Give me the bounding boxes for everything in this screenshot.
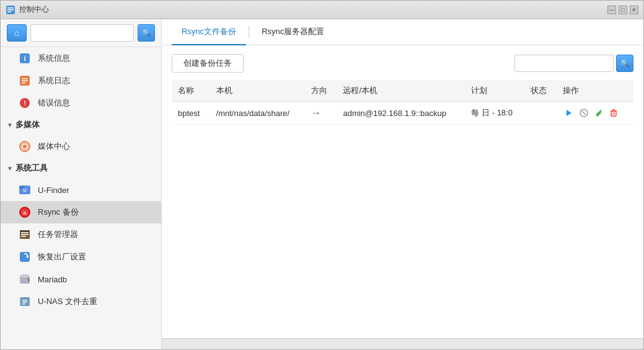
- svg-rect-2: [7, 9, 14, 11]
- create-backup-task-button[interactable]: 创建备份任务: [172, 54, 244, 73]
- sidebar-search-bar: ⌂ 🔍: [1, 19, 161, 47]
- col-header-local: 本机: [210, 80, 306, 102]
- svg-rect-7: [22, 78, 28, 79]
- sidebar-item-media-center[interactable]: 媒体中心: [1, 135, 161, 158]
- svg-text:U: U: [23, 188, 26, 192]
- svg-rect-39: [611, 111, 616, 116]
- play-button[interactable]: [563, 107, 575, 119]
- col-header-schedule: 计划: [465, 80, 524, 102]
- media-center-icon: [18, 140, 32, 153]
- svg-rect-25: [21, 236, 26, 237]
- close-button[interactable]: ✕: [630, 6, 638, 14]
- table-row: bptest /mnt/nas/data/share/ → admin@192.…: [172, 102, 633, 125]
- svg-rect-1: [7, 7, 14, 9]
- category-system-tools-label: 系统工具: [15, 163, 48, 174]
- unas-dedup-icon: [18, 295, 32, 308]
- delete-button[interactable]: [607, 107, 620, 119]
- svg-rect-9: [22, 83, 25, 84]
- svg-marker-36: [567, 110, 571, 116]
- tab-divider: [249, 26, 249, 38]
- col-header-direction: 方向: [305, 80, 337, 102]
- factory-restore-label: 恢复出厂设置: [38, 251, 86, 262]
- svg-point-13: [23, 145, 27, 148]
- window-controls: — □ ✕: [607, 6, 638, 14]
- cell-local: /mnt/nas/data/share/: [210, 102, 306, 125]
- sidebar-item-mariadb[interactable]: Mariadb: [1, 268, 161, 290]
- tab-rsync-server-label: Rsync服务器配置: [262, 26, 324, 37]
- system-info-icon: i: [18, 52, 32, 65]
- mariadb-icon: [18, 272, 32, 286]
- system-info-label: 系统信息: [38, 53, 70, 64]
- sidebar-item-u-finder[interactable]: U U-Finder: [1, 179, 161, 201]
- rsync-backup-label: Rsync 备份: [38, 207, 79, 218]
- panel-search-input[interactable]: [514, 55, 614, 72]
- sidebar-item-system-log[interactable]: 系统日志: [1, 70, 161, 92]
- main-area: ⌂ 🔍 i 系统信息: [1, 19, 643, 349]
- u-finder-label: U-Finder: [38, 186, 69, 195]
- cell-name: bptest: [172, 102, 210, 125]
- category-system-tools[interactable]: ▼ 系统工具: [1, 158, 161, 179]
- panel-toolbar: 创建备份任务 🔍: [172, 54, 633, 73]
- row-action-icons: [563, 107, 627, 119]
- titlebar: 控制中心 — □ ✕: [1, 1, 643, 19]
- col-header-name: 名称: [172, 80, 210, 102]
- rsync-backup-icon: R: [18, 205, 32, 219]
- backup-tasks-table: 名称 本机 方向 远程/本机 计划 状态 操作 bptest: [172, 80, 633, 125]
- panel-search-area: 🔍: [514, 55, 633, 72]
- right-panel: Rsync文件备份 Rsync服务器配置 创建备份任务 �: [162, 19, 643, 349]
- svg-line-38: [582, 111, 586, 115]
- minimize-button[interactable]: —: [607, 6, 616, 14]
- svg-rect-23: [21, 232, 29, 233]
- category-multimedia-label: 多媒体: [15, 119, 40, 130]
- mariadb-label: Mariadb: [38, 275, 67, 284]
- svg-rect-35: [22, 303, 25, 305]
- sidebar-item-rsync-backup[interactable]: R Rsync 备份: [1, 201, 161, 223]
- panel-content: 创建备份任务 🔍 名称 本机: [162, 45, 643, 338]
- cell-schedule: 每 日 - 18:0: [465, 102, 524, 125]
- col-header-remote: 远程/本机: [337, 80, 465, 102]
- svg-point-30: [20, 274, 30, 278]
- category-multimedia[interactable]: ▼ 多媒体: [1, 114, 161, 135]
- error-info-icon: !: [18, 96, 32, 110]
- panel-search-button[interactable]: 🔍: [616, 55, 633, 72]
- factory-restore-icon: [18, 250, 32, 264]
- svg-text:i: i: [24, 55, 25, 62]
- main-window: 控制中心 — □ ✕ ⌂ 🔍: [0, 0, 644, 350]
- svg-rect-33: [22, 300, 27, 301]
- home-button[interactable]: ⌂: [7, 24, 27, 42]
- svg-rect-34: [22, 302, 27, 303]
- unas-dedup-label: U-NAS 文件去重: [38, 296, 97, 307]
- stop-button[interactable]: [578, 107, 590, 119]
- window-title: 控制中心: [19, 4, 607, 15]
- sidebar-search-input[interactable]: [30, 24, 134, 42]
- maximize-button[interactable]: □: [619, 6, 627, 14]
- svg-text:R: R: [23, 211, 26, 215]
- table-header: 名称 本机 方向 远程/本机 计划 状态 操作: [172, 80, 633, 102]
- tab-bar: Rsync文件备份 Rsync服务器配置: [162, 19, 643, 45]
- error-info-label: 错误信息: [38, 97, 70, 109]
- home-icon: ⌂: [14, 28, 19, 38]
- edit-button[interactable]: [593, 107, 605, 119]
- table-scroll-area[interactable]: 名称 本机 方向 远程/本机 计划 状态 操作 bptest: [172, 80, 633, 330]
- sidebar-item-system-info[interactable]: i 系统信息: [1, 47, 161, 70]
- create-btn-label: 创建备份任务: [183, 58, 232, 68]
- svg-text:!: !: [24, 99, 26, 107]
- search-icon: 🔍: [142, 29, 151, 37]
- sidebar-item-factory-restore[interactable]: 恢复出厂设置: [1, 246, 161, 268]
- sidebar-item-error-info[interactable]: ! 错误信息: [1, 92, 161, 114]
- sidebar-item-unas-dedup[interactable]: U-NAS 文件去重: [1, 290, 161, 313]
- tab-rsync-backup[interactable]: Rsync文件备份: [172, 19, 246, 45]
- cell-remote: admin@192.168.1.9::backup: [337, 102, 465, 125]
- sidebar-search-button[interactable]: 🔍: [138, 24, 155, 42]
- cell-actions: [557, 102, 633, 125]
- col-header-status: 状态: [524, 80, 556, 102]
- u-finder-icon: U: [18, 183, 32, 197]
- panel-search-icon: 🔍: [620, 59, 630, 68]
- tab-rsync-backup-label: Rsync文件备份: [182, 26, 236, 37]
- svg-rect-3: [7, 11, 11, 12]
- col-header-actions: 操作: [557, 80, 633, 102]
- sidebar-item-task-manager[interactable]: 任务管理器: [1, 223, 161, 246]
- tab-rsync-server[interactable]: Rsync服务器配置: [252, 19, 334, 45]
- task-manager-label: 任务管理器: [38, 229, 78, 240]
- multimedia-arrow-icon: ▼: [7, 122, 13, 128]
